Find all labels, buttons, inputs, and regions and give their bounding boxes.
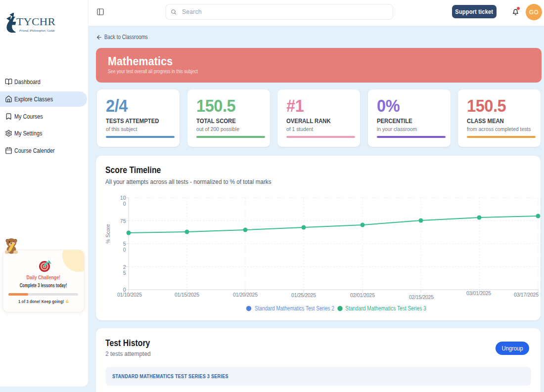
svg-text:2: 2 xyxy=(123,264,126,270)
svg-text:75: 75 xyxy=(120,218,126,224)
svg-text:03/01/2025: 03/01/2025 xyxy=(466,290,491,296)
svg-text:TYCHR: TYCHR xyxy=(16,15,55,28)
svg-text:5: 5 xyxy=(123,270,126,276)
svg-text:Standard Mathematics Test Seri: Standard Mathematics Test Series 3 xyxy=(345,305,426,312)
svg-text:01/25/2025: 01/25/2025 xyxy=(291,292,316,298)
svg-text:Friend, Philosopher, Guide: Friend, Philosopher, Guide xyxy=(19,29,55,33)
svg-text:10: 10 xyxy=(120,195,126,201)
svg-text:02/15/2025: 02/15/2025 xyxy=(409,294,434,300)
svg-text:Standard Mathematics Test Seri: Standard Mathematics Test Series 2 xyxy=(255,305,334,312)
svg-text:01/15/2025: 01/15/2025 xyxy=(175,292,199,298)
svg-text:02/01/2025: 02/01/2025 xyxy=(350,292,375,298)
svg-text:0: 0 xyxy=(123,201,126,207)
svg-text:5: 5 xyxy=(123,241,126,247)
svg-text:01/20/2025: 01/20/2025 xyxy=(233,292,258,298)
svg-text:01/10/2025: 01/10/2025 xyxy=(117,292,142,298)
svg-text:0: 0 xyxy=(123,247,126,253)
svg-text:03/17/2025: 03/17/2025 xyxy=(514,292,539,298)
svg-text:% Score: % Score xyxy=(105,224,111,244)
